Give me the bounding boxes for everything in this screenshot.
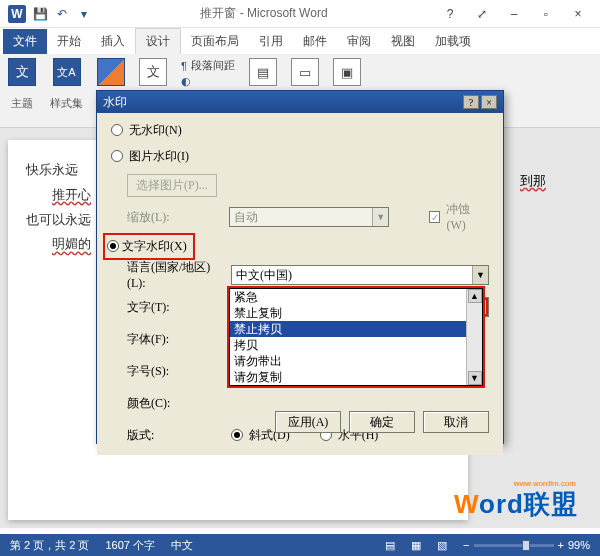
zoom-in-icon[interactable]: + [558, 539, 564, 551]
font-label: 字体(F): [127, 331, 225, 348]
app-titlebar: W 💾 ↶ ▾ 推开窗 - Microsoft Word ? ⤢ – ▫ × [0, 0, 600, 28]
fonts-icon: 文 [139, 58, 167, 86]
help-icon[interactable]: ? [436, 7, 464, 21]
size-label: 字号(S): [127, 363, 225, 380]
dialog-help-icon[interactable]: ? [463, 95, 479, 109]
ribbon-collapse-icon[interactable]: ⤢ [468, 7, 496, 21]
layout-label: 版式: [127, 427, 225, 444]
scroll-down-icon[interactable]: ▼ [468, 371, 482, 385]
color-label: 颜色(C): [127, 395, 225, 412]
language-value: 中文(中国) [236, 267, 292, 284]
radio-picture-watermark[interactable]: 图片水印(I) [111, 147, 489, 165]
select-picture-row: 选择图片(P)... [127, 173, 489, 197]
zoom-control[interactable]: − + 99% [463, 539, 590, 551]
undo-icon[interactable]: ↶ [54, 6, 70, 22]
tab-mailings[interactable]: 邮件 [293, 29, 337, 54]
dialog-titlebar[interactable]: 水印 ? × [97, 91, 503, 113]
colors-icon [97, 58, 125, 86]
radio-label: 图片水印(I) [129, 148, 189, 165]
washout-label: 冲蚀(W) [446, 201, 489, 233]
status-words[interactable]: 1607 个字 [105, 538, 155, 553]
close-icon[interactable]: × [564, 7, 592, 21]
tab-design[interactable]: 设计 [135, 28, 181, 54]
washout-checkbox: ✓ [429, 211, 441, 223]
apply-button[interactable]: 应用(A) [275, 411, 341, 433]
tab-layout[interactable]: 页面布局 [181, 29, 249, 54]
dropdown-item[interactable]: 紧急 [230, 289, 466, 305]
styleset-icon: 文A [53, 58, 81, 86]
text-label: 文字(T): [127, 299, 225, 316]
chevron-down-icon: ▼ [372, 208, 388, 226]
window-controls: ? ⤢ – ▫ × [436, 7, 592, 21]
group-themes[interactable]: 文 主题 [8, 58, 36, 111]
cancel-button[interactable]: 取消 [423, 411, 489, 433]
tab-review[interactable]: 审阅 [337, 29, 381, 54]
tab-references[interactable]: 引用 [249, 29, 293, 54]
save-icon[interactable]: 💾 [32, 6, 48, 22]
ribbon-tabs: 文件 开始 插入 设计 页面布局 引用 邮件 审阅 视图 加载项 [0, 28, 600, 54]
radio-label: 无水印(N) [129, 122, 182, 139]
view-print-icon[interactable]: ▦ [411, 539, 421, 552]
minimize-icon[interactable]: – [500, 7, 528, 21]
themes-label: 主题 [11, 96, 33, 111]
brand-logo: www.wordlm.com Word联盟 [454, 487, 578, 522]
tab-addins[interactable]: 加载项 [425, 29, 481, 54]
scale-row: 缩放(L): 自动 ▼ ✓ 冲蚀(W) [127, 205, 489, 229]
tab-insert[interactable]: 插入 [91, 29, 135, 54]
window-title: 推开窗 - Microsoft Word [98, 5, 430, 22]
language-row: 语言(国家/地区)(L): 中文(中国) ▼ [127, 263, 489, 287]
language-label: 语言(国家/地区)(L): [127, 259, 225, 291]
status-page[interactable]: 第 2 页，共 2 页 [10, 538, 89, 553]
radio-icon[interactable] [231, 429, 243, 441]
effects-icon: ◐ [181, 75, 191, 88]
ok-button[interactable]: 确定 [349, 411, 415, 433]
scale-value: 自动 [234, 209, 258, 226]
group-styleset[interactable]: 文A 样式集 [50, 58, 83, 111]
dropdown-items: 紧急 禁止复制 禁止拷贝 拷贝 请勿带出 请勿复制 [230, 289, 466, 385]
radio-icon [107, 240, 119, 252]
zoom-thumb[interactable] [522, 540, 530, 551]
scroll-up-icon[interactable]: ▲ [468, 289, 482, 303]
radio-icon [111, 150, 123, 162]
dialog-title: 水印 [103, 94, 127, 111]
zoom-slider[interactable] [474, 544, 554, 547]
para-spacing-icon: ¶ [181, 60, 187, 72]
border-icon: ▣ [333, 58, 361, 86]
dropdown-item[interactable]: 禁止复制 [230, 305, 466, 321]
dropdown-item[interactable]: 请勿复制 [230, 369, 466, 385]
zoom-value[interactable]: 99% [568, 539, 590, 551]
dialog-body: 无水印(N) 图片水印(I) 选择图片(P)... 缩放(L): 自动 ▼ ✓ … [97, 113, 503, 455]
dropdown-scrollbar[interactable]: ▲ ▼ [466, 289, 482, 385]
view-readmode-icon[interactable]: ▤ [385, 539, 395, 552]
radio-icon [111, 124, 123, 136]
status-bar: 第 2 页，共 2 页 1607 个字 中文 ▤ ▦ ▧ − + 99% [0, 534, 600, 556]
text-dropdown-list[interactable]: 紧急 禁止复制 禁止拷贝 拷贝 请勿带出 请勿复制 ▲ ▼ [227, 286, 485, 388]
restore-icon[interactable]: ▫ [532, 7, 560, 21]
doc-frag-right: 到那 [520, 172, 546, 190]
status-lang[interactable]: 中文 [171, 538, 193, 553]
dropdown-item[interactable]: 请勿带出 [230, 353, 466, 369]
themes-icon: 文 [8, 58, 36, 86]
zoom-out-icon[interactable]: − [463, 539, 469, 551]
styleset-label: 样式集 [50, 96, 83, 111]
dialog-close-icon[interactable]: × [481, 95, 497, 109]
scale-label: 缩放(L): [127, 209, 223, 226]
radio-label: 文字水印(X) [122, 239, 187, 253]
watermark-icon: ▤ [249, 58, 277, 86]
qat-more-icon[interactable]: ▾ [76, 6, 92, 22]
dropdown-item[interactable]: 拷贝 [230, 337, 466, 353]
radio-text-watermark[interactable]: 文字水印(X) [107, 237, 489, 255]
language-select[interactable]: 中文(中国) ▼ [231, 265, 489, 285]
dialog-buttons: 应用(A) 确定 取消 [275, 411, 489, 433]
radio-no-watermark[interactable]: 无水印(N) [111, 121, 489, 139]
scale-select: 自动 ▼ [229, 207, 389, 227]
tab-home[interactable]: 开始 [47, 29, 91, 54]
brand-url: www.wordlm.com [514, 479, 576, 488]
pagecolor-icon: ▭ [291, 58, 319, 86]
chevron-down-icon[interactable]: ▼ [472, 266, 488, 284]
tab-view[interactable]: 视图 [381, 29, 425, 54]
view-web-icon[interactable]: ▧ [437, 539, 447, 552]
tab-file[interactable]: 文件 [3, 29, 47, 54]
watermark-dialog: 水印 ? × 无水印(N) 图片水印(I) 选择图片(P)... 缩放(L): … [96, 90, 504, 444]
dropdown-item[interactable]: 禁止拷贝 [230, 321, 466, 337]
